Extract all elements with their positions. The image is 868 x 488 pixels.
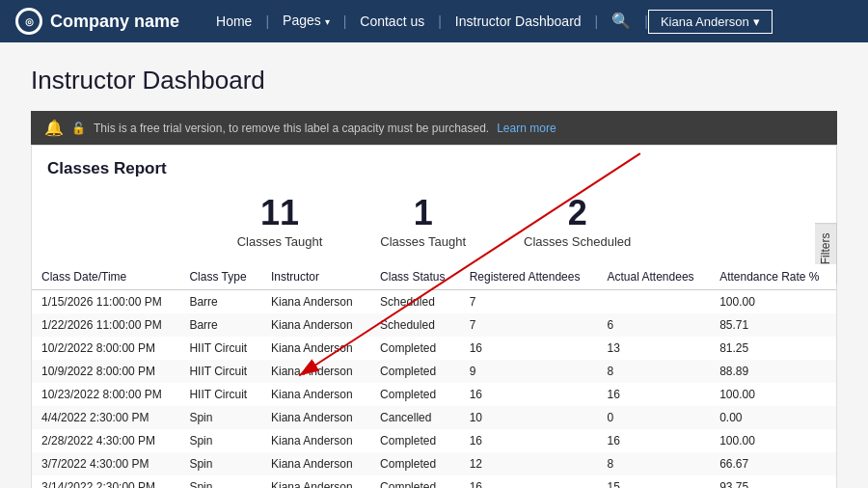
trial-message: This is a free trial version, to remove … [94,122,489,135]
table-cell: 0.00 [710,406,836,429]
table-row: 3/7/2022 4:30:00 PMSpinKiana AndersonCom… [32,452,836,475]
table-cell: 2/28/2022 4:30:00 PM [32,429,179,452]
trial-learn-more-link[interactable]: Learn more [497,122,556,135]
table-cell: 9 [460,360,598,383]
table-cell: Barre [179,313,261,337]
trial-banner: 🔔 🔓 This is a free trial version, to rem… [31,111,837,145]
company-logo[interactable]: ◎ Company name [15,8,179,35]
table-cell: Kiana Anderson [261,475,370,488]
page-content: Instructor Dashboard 🔔 🔓 This is a free … [0,42,868,488]
table-cell: 93.75 [710,475,836,488]
table-cell: Completed [370,429,460,452]
col-registered: Registered Attendees [460,264,598,290]
user-dropdown-icon: ▾ [753,14,760,29]
table-cell: Barre [179,290,261,314]
table-row: 2/28/2022 4:30:00 PMSpinKiana AndersonCo… [32,429,836,452]
table-cell: 12 [460,452,598,475]
table-cell: 100.00 [710,429,836,452]
trial-bell-icon: 🔔 [44,119,64,137]
table-cell: 81.25 [710,337,836,360]
col-class-status: Class Status [370,264,460,290]
table-cell: 10/2/2022 8:00:00 PM [32,337,179,360]
table-cell: 7 [460,290,598,314]
nav-contact[interactable]: Contact us [346,0,438,42]
table-body: 1/15/2026 11:00:00 PMBarreKiana Anderson… [32,290,836,489]
table-cell: Completed [370,475,460,488]
table-cell: 66.67 [710,452,836,475]
table-cell: Spin [179,429,261,452]
stat-classes-taught-11: 11 Classes Taught [237,196,323,249]
table-cell: 100.00 [710,290,836,314]
stat-number-1: 1 [380,196,466,230]
table-cell: 3/14/2022 2:30:00 PM [32,475,179,488]
report-header: Classes Report [32,146,836,186]
table-cell: 16 [597,429,710,452]
search-icon[interactable]: 🔍 [598,0,644,42]
table-cell: 15 [597,475,710,488]
table-cell [597,290,710,314]
table-cell: 0 [597,406,710,429]
table-cell: Kiana Anderson [261,383,370,406]
stat-number-11: 11 [237,196,323,230]
stat-classes-scheduled: 2 Classes Scheduled [524,196,631,249]
table-cell: 1/22/2026 11:00:00 PM [32,313,179,337]
table-cell: 8 [597,360,710,383]
stat-number-2: 2 [524,196,631,230]
report-container: » Filters Classes Report 11 Classes Taug… [31,145,837,488]
table-cell: Cancelled [370,406,460,429]
table-cell: 8 [597,452,710,475]
table-row: 1/22/2026 11:00:00 PMBarreKiana Anderson… [32,313,836,337]
nav-home[interactable]: Home [203,0,265,42]
table-row: 1/15/2026 11:00:00 PMBarreKiana Anderson… [32,290,836,314]
filters-label: Filters [819,233,832,265]
nav-links: Home | Pages ▾ | Contact us | Instructor… [203,0,853,43]
table-cell: 16 [460,337,598,360]
table-cell: Kiana Anderson [261,406,370,429]
table-cell: 16 [460,383,598,406]
table-row: 10/2/2022 8:00:00 PMHIIT CircuitKiana An… [32,337,836,360]
table-header-row: Class Date/Time Class Type Instructor Cl… [32,264,836,290]
table-cell: HIIT Circuit [179,337,261,360]
table-cell: 3/7/2022 4:30:00 PM [32,452,179,475]
col-date-time: Class Date/Time [32,264,179,290]
table-cell: Kiana Anderson [261,452,370,475]
table-row: 10/9/2022 8:00:00 PMHIIT CircuitKiana An… [32,360,836,383]
table-cell: 16 [597,383,710,406]
table-cell: 16 [460,429,598,452]
table-cell: 10 [460,406,598,429]
table-cell: Completed [370,452,460,475]
table-cell: 85.71 [710,313,836,337]
table-cell: 1/15/2026 11:00:00 PM [32,290,179,314]
table-cell: Completed [370,337,460,360]
table-row: 4/4/2022 2:30:00 PMSpinKiana AndersonCan… [32,406,836,429]
table-cell: 7 [460,313,598,337]
table-cell: Completed [370,383,460,406]
trial-lock-icon: 🔓 [71,122,86,135]
navbar: ◎ Company name Home | Pages ▾ | Contact … [0,0,868,42]
table-cell: Kiana Anderson [261,313,370,337]
table-cell: 100.00 [710,383,836,406]
table-cell: Scheduled [370,313,460,337]
table-cell: 4/4/2022 2:30:00 PM [32,406,179,429]
table-cell: Scheduled [370,290,460,314]
table-wrapper: Class Date/Time Class Type Instructor Cl… [32,264,836,488]
stat-label-taught-11: Classes Taught [237,234,323,249]
table-cell: Kiana Anderson [261,337,370,360]
table-cell: Kiana Anderson [261,290,370,314]
user-menu-button[interactable]: Kiana Anderson ▾ [648,10,773,34]
stat-label-taught-1: Classes Taught [380,234,466,249]
table-row: 10/23/2022 8:00:00 PMHIIT CircuitKiana A… [32,383,836,406]
table-cell: Spin [179,406,261,429]
table-cell: Completed [370,360,460,383]
table-cell: HIIT Circuit [179,383,261,406]
nav-instructor-dashboard[interactable]: Instructor Dashboard [442,0,595,42]
pages-dropdown-icon: ▾ [325,16,330,27]
logo-icon: ◎ [15,8,42,35]
company-name: Company name [50,12,179,32]
table-cell: 10/9/2022 8:00:00 PM [32,360,179,383]
table-cell: 10/23/2022 8:00:00 PM [32,383,179,406]
table-row: 3/14/2022 2:30:00 PMSpinKiana AndersonCo… [32,475,836,488]
classes-table: Class Date/Time Class Type Instructor Cl… [32,264,836,488]
col-attendance-rate: Attendance Rate % [710,264,836,290]
nav-pages[interactable]: Pages ▾ [269,0,343,43]
